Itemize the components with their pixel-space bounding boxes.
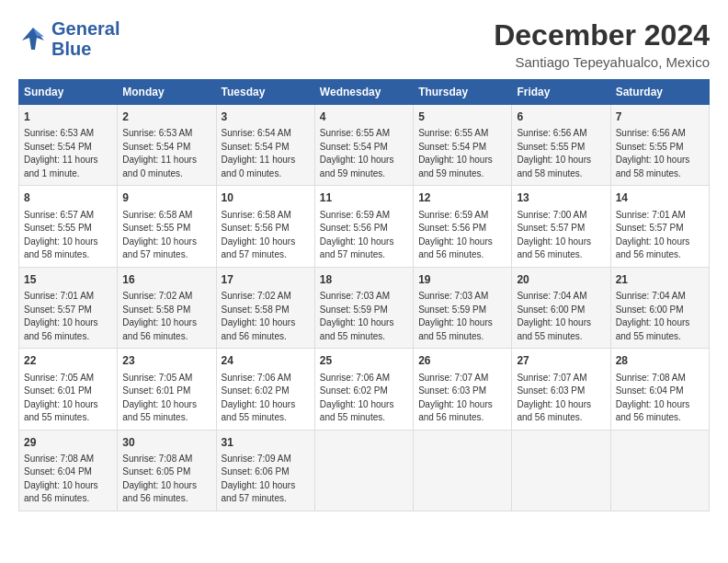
table-row: 13Sunrise: 7:00 AM Sunset: 5:57 PM Dayli… — [512, 186, 610, 267]
table-row: 6Sunrise: 6:56 AM Sunset: 5:55 PM Daylig… — [512, 105, 610, 186]
day-info: Sunrise: 6:55 AM Sunset: 5:54 PM Dayligh… — [320, 127, 408, 180]
table-row: 18Sunrise: 7:03 AM Sunset: 5:59 PM Dayli… — [314, 267, 413, 348]
logo: General Blue — [18, 18, 119, 59]
day-number: 5 — [418, 109, 506, 125]
table-row: 11Sunrise: 6:59 AM Sunset: 5:56 PM Dayli… — [314, 186, 413, 267]
day-number: 17 — [222, 272, 310, 288]
day-number: 24 — [222, 353, 310, 369]
table-row: 10Sunrise: 6:58 AM Sunset: 5:56 PM Dayli… — [216, 186, 314, 267]
col-thursday: Thursday — [414, 80, 512, 105]
table-row: 4Sunrise: 6:55 AM Sunset: 5:54 PM Daylig… — [314, 105, 413, 186]
location-title: Santiago Tepeyahualco, Mexico — [494, 54, 710, 70]
day-info: Sunrise: 7:01 AM Sunset: 5:57 PM Dayligh… — [24, 290, 112, 343]
day-number: 1 — [24, 109, 112, 125]
table-row: 30Sunrise: 7:08 AM Sunset: 6:05 PM Dayli… — [118, 430, 216, 511]
day-number: 18 — [320, 272, 408, 288]
col-monday: Monday — [118, 80, 216, 105]
day-number: 31 — [222, 435, 310, 451]
day-info: Sunrise: 6:54 AM Sunset: 5:54 PM Dayligh… — [222, 127, 310, 180]
day-number: 29 — [24, 435, 112, 451]
table-row: 8Sunrise: 6:57 AM Sunset: 5:55 PM Daylig… — [19, 186, 118, 267]
day-number: 3 — [222, 109, 310, 125]
day-number: 19 — [418, 272, 506, 288]
table-row: 20Sunrise: 7:04 AM Sunset: 6:00 PM Dayli… — [512, 267, 610, 348]
day-info: Sunrise: 7:09 AM Sunset: 6:06 PM Dayligh… — [222, 453, 310, 506]
day-info: Sunrise: 6:58 AM Sunset: 5:56 PM Dayligh… — [222, 209, 310, 262]
day-info: Sunrise: 7:06 AM Sunset: 6:02 PM Dayligh… — [222, 372, 310, 425]
table-row: 28Sunrise: 7:08 AM Sunset: 6:04 PM Dayli… — [610, 349, 709, 430]
day-info: Sunrise: 6:57 AM Sunset: 5:55 PM Dayligh… — [24, 209, 112, 262]
table-row: 15Sunrise: 7:01 AM Sunset: 5:57 PM Dayli… — [19, 267, 118, 348]
day-info: Sunrise: 7:04 AM Sunset: 6:00 PM Dayligh… — [517, 290, 605, 343]
table-row — [314, 430, 413, 511]
day-info: Sunrise: 7:08 AM Sunset: 6:05 PM Dayligh… — [122, 453, 210, 506]
day-info: Sunrise: 7:05 AM Sunset: 6:01 PM Dayligh… — [122, 372, 210, 425]
day-number: 4 — [320, 109, 408, 125]
day-number: 10 — [222, 190, 310, 206]
day-number: 21 — [616, 272, 704, 288]
day-info: Sunrise: 7:07 AM Sunset: 6:03 PM Dayligh… — [517, 372, 605, 425]
day-info: Sunrise: 6:53 AM Sunset: 5:54 PM Dayligh… — [24, 127, 112, 180]
day-info: Sunrise: 7:08 AM Sunset: 6:04 PM Dayligh… — [616, 372, 704, 425]
calendar-table: Sunday Monday Tuesday Wednesday Thursday… — [18, 79, 710, 511]
day-info: Sunrise: 7:08 AM Sunset: 6:04 PM Dayligh… — [24, 453, 112, 506]
table-row — [610, 430, 709, 511]
calendar-header: Sunday Monday Tuesday Wednesday Thursday… — [19, 80, 710, 105]
table-row: 16Sunrise: 7:02 AM Sunset: 5:58 PM Dayli… — [118, 267, 216, 348]
day-info: Sunrise: 6:55 AM Sunset: 5:54 PM Dayligh… — [418, 127, 506, 180]
table-row — [512, 430, 610, 511]
day-number: 7 — [616, 109, 704, 125]
day-info: Sunrise: 7:05 AM Sunset: 6:01 PM Dayligh… — [24, 372, 112, 425]
month-title: December 2024 — [494, 18, 710, 52]
table-row: 31Sunrise: 7:09 AM Sunset: 6:06 PM Dayli… — [216, 430, 314, 511]
logo-line1: General — [51, 18, 119, 39]
day-info: Sunrise: 6:59 AM Sunset: 5:56 PM Dayligh… — [320, 209, 408, 262]
day-info: Sunrise: 7:02 AM Sunset: 5:58 PM Dayligh… — [122, 290, 210, 343]
day-number: 20 — [517, 272, 605, 288]
day-number: 12 — [418, 190, 506, 206]
col-tuesday: Tuesday — [216, 80, 314, 105]
day-number: 30 — [122, 435, 210, 451]
day-number: 14 — [616, 190, 704, 206]
page-header: General Blue December 2024 Santiago Tepe… — [18, 18, 710, 70]
table-row: 21Sunrise: 7:04 AM Sunset: 6:00 PM Dayli… — [610, 267, 709, 348]
table-row: 23Sunrise: 7:05 AM Sunset: 6:01 PM Dayli… — [118, 349, 216, 430]
col-sunday: Sunday — [19, 80, 118, 105]
day-number: 13 — [517, 190, 605, 206]
table-row: 17Sunrise: 7:02 AM Sunset: 5:58 PM Dayli… — [216, 267, 314, 348]
day-info: Sunrise: 7:03 AM Sunset: 5:59 PM Dayligh… — [418, 290, 506, 343]
day-info: Sunrise: 6:56 AM Sunset: 5:55 PM Dayligh… — [517, 127, 605, 180]
table-row: 22Sunrise: 7:05 AM Sunset: 6:01 PM Dayli… — [19, 349, 118, 430]
col-saturday: Saturday — [610, 80, 709, 105]
day-number: 25 — [320, 353, 408, 369]
calendar-body: 1Sunrise: 6:53 AM Sunset: 5:54 PM Daylig… — [19, 105, 710, 511]
day-info: Sunrise: 6:56 AM Sunset: 5:55 PM Dayligh… — [616, 127, 704, 180]
day-info: Sunrise: 7:00 AM Sunset: 5:57 PM Dayligh… — [517, 209, 605, 262]
day-info: Sunrise: 6:59 AM Sunset: 5:56 PM Dayligh… — [418, 209, 506, 262]
day-info: Sunrise: 7:01 AM Sunset: 5:57 PM Dayligh… — [616, 209, 704, 262]
table-row: 19Sunrise: 7:03 AM Sunset: 5:59 PM Dayli… — [414, 267, 512, 348]
day-number: 16 — [122, 272, 210, 288]
day-number: 6 — [517, 109, 605, 125]
logo-line2: Blue — [51, 39, 119, 59]
day-number: 27 — [517, 353, 605, 369]
day-info: Sunrise: 7:04 AM Sunset: 6:00 PM Dayligh… — [616, 290, 704, 343]
table-row: 14Sunrise: 7:01 AM Sunset: 5:57 PM Dayli… — [610, 186, 709, 267]
day-number: 2 — [122, 109, 210, 125]
table-row: 9Sunrise: 6:58 AM Sunset: 5:55 PM Daylig… — [118, 186, 216, 267]
day-info: Sunrise: 7:02 AM Sunset: 5:58 PM Dayligh… — [222, 290, 310, 343]
day-info: Sunrise: 7:07 AM Sunset: 6:03 PM Dayligh… — [418, 372, 506, 425]
col-wednesday: Wednesday — [314, 80, 413, 105]
col-friday: Friday — [512, 80, 610, 105]
table-row: 3Sunrise: 6:54 AM Sunset: 5:54 PM Daylig… — [216, 105, 314, 186]
table-row: 25Sunrise: 7:06 AM Sunset: 6:02 PM Dayli… — [314, 349, 413, 430]
table-row: 1Sunrise: 6:53 AM Sunset: 5:54 PM Daylig… — [19, 105, 118, 186]
day-number: 23 — [122, 353, 210, 369]
table-row: 5Sunrise: 6:55 AM Sunset: 5:54 PM Daylig… — [414, 105, 512, 186]
table-row: 26Sunrise: 7:07 AM Sunset: 6:03 PM Dayli… — [414, 349, 512, 430]
table-row: 24Sunrise: 7:06 AM Sunset: 6:02 PM Dayli… — [216, 349, 314, 430]
day-number: 26 — [418, 353, 506, 369]
table-row — [414, 430, 512, 511]
svg-marker-0 — [22, 28, 44, 50]
day-number: 11 — [320, 190, 408, 206]
